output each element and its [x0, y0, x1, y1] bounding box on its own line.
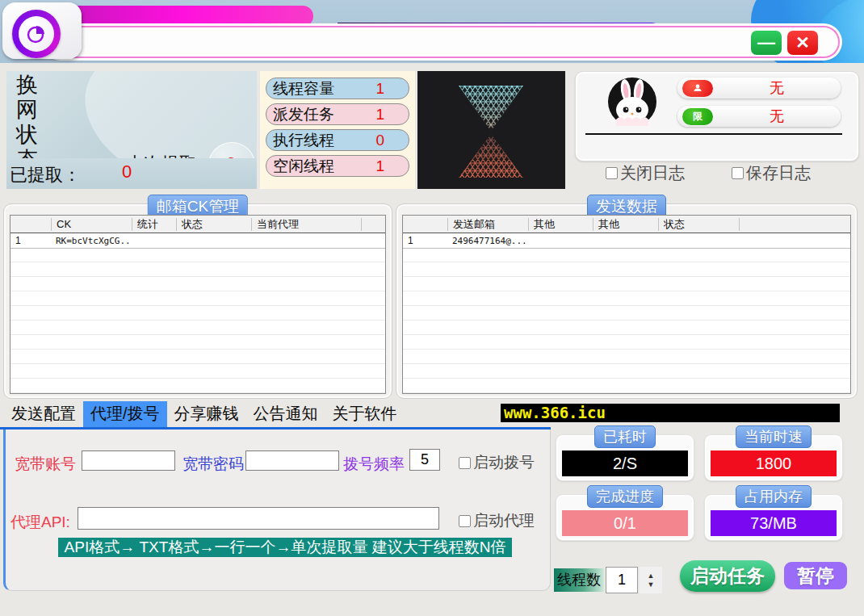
- current-speed-card: 当前时速 1800: [704, 434, 843, 481]
- website-banner: www.366.icu: [501, 404, 840, 422]
- checkbox-icon: [732, 167, 744, 179]
- limit-icon-text: 限: [693, 110, 703, 124]
- elapsed-time-label: 已耗时: [594, 425, 656, 448]
- tab-send-config[interactable]: 发送配置: [4, 401, 83, 427]
- row-email: 2496477164@...: [447, 236, 528, 246]
- close-icon: ✕: [795, 33, 810, 52]
- column-header-proxy[interactable]: 当前代理: [251, 218, 361, 231]
- account-status-value-2: 无: [713, 107, 841, 126]
- extracted-value: 0: [122, 161, 132, 182]
- column-header-filler: [739, 218, 850, 231]
- thread-capacity-value: 1: [375, 80, 384, 98]
- table-row[interactable]: 1 RK=bcVtcXgCG...: [10, 233, 385, 249]
- checkbox-icon: [459, 457, 471, 469]
- titlebar[interactable]: [44, 26, 840, 58]
- elapsed-time-card: 已耗时 2/S: [556, 434, 694, 481]
- stepper-down-icon[interactable]: ▼: [648, 581, 655, 589]
- ck-table-body[interactable]: 1 RK=bcVtcXgCG...: [10, 233, 385, 393]
- idle-threads-value: 1: [375, 157, 384, 175]
- checkbox-icon: [459, 515, 471, 527]
- tab-proxy-dial[interactable]: 代理/拨号: [83, 401, 167, 427]
- column-header-stat[interactable]: 统计: [132, 218, 176, 231]
- thread-count-stepper[interactable]: ▲ ▼: [640, 567, 662, 593]
- progress-value: 0/1: [562, 510, 688, 536]
- running-threads-pill: 执行线程 0: [266, 129, 409, 151]
- dial-frequency-input[interactable]: [409, 449, 440, 471]
- current-speed-value: 1800: [711, 450, 837, 476]
- divider: [585, 133, 842, 135]
- column-header[interactable]: [403, 218, 447, 231]
- column-header-filler: [361, 218, 385, 231]
- start-proxy-label: 启动代理: [473, 510, 535, 531]
- column-header-other1[interactable]: 其他: [528, 218, 593, 231]
- column-header-email[interactable]: 发送邮箱: [447, 218, 528, 231]
- ck-table-header: CK 统计 状态 当前代理: [10, 216, 385, 233]
- idle-threads-pill: 空闲线程 1: [266, 155, 409, 177]
- row-index: 1: [10, 235, 51, 246]
- row-index: 1: [403, 235, 447, 246]
- tab-about[interactable]: 关于软件: [325, 401, 405, 427]
- column-header[interactable]: [10, 218, 51, 231]
- running-threads-label: 执行线程: [273, 130, 334, 151]
- rabbit-avatar: [606, 76, 658, 128]
- dispatched-tasks-pill: 派发任务 1: [266, 103, 409, 125]
- progress-card: 完成进度 0/1: [556, 494, 694, 541]
- dial-frequency-label: 拨号频率: [343, 454, 405, 475]
- thread-count-input[interactable]: [606, 567, 638, 593]
- send-table[interactable]: 发送邮箱 其他 其他 状态 1 2496477164@...: [402, 215, 851, 394]
- table-row[interactable]: 1 2496477164@...: [403, 233, 850, 249]
- current-speed-label: 当前时速: [736, 425, 812, 448]
- memory-usage-label: 占用内存: [736, 485, 812, 508]
- column-header-state[interactable]: 状态: [658, 218, 739, 231]
- thread-capacity-pill: 线程容量 1: [266, 78, 409, 99]
- start-dial-checkbox[interactable]: 启动拨号: [459, 452, 535, 473]
- memory-usage-value: 73/MB: [711, 510, 837, 536]
- checkbox-icon: [606, 167, 618, 179]
- start-dial-label: 启动拨号: [473, 452, 535, 473]
- progress-label: 完成进度: [587, 485, 663, 508]
- column-header-ck[interactable]: CK: [51, 218, 132, 231]
- network-switch-panel: 换网状态 无 本次提取 0 剩余代理 0 已提取： 0: [6, 71, 257, 189]
- column-header-state[interactable]: 状态: [176, 218, 251, 231]
- thread-count-label: 线程数: [554, 568, 604, 592]
- account-status-value-1: 无: [713, 78, 841, 98]
- thread-status-panel: 线程容量 1 派发任务 1 执行线程 0 空闲线程 1: [260, 71, 415, 189]
- extracted-strip: 已提取： 0: [6, 158, 257, 189]
- proxy-dial-form: 宽带账号 宽带密码 拨号频率 启动拨号 代理API: 启动代理 API格式→ T…: [3, 430, 551, 591]
- minimize-icon: —: [757, 32, 775, 53]
- save-log-checkbox[interactable]: 保存日志: [732, 162, 811, 184]
- broadband-account-input[interactable]: [82, 450, 175, 471]
- close-button[interactable]: ✕: [787, 31, 818, 55]
- pause-button[interactable]: 暂停: [784, 562, 847, 589]
- tab-bar: 发送配置 代理/拨号 分享赚钱 公告通知 关于软件: [4, 404, 405, 427]
- proxy-api-label: 代理API:: [10, 512, 70, 533]
- tab-announcement[interactable]: 公告通知: [246, 401, 325, 427]
- close-log-checkbox[interactable]: 关闭日志: [606, 162, 685, 184]
- account-status-row-1: 无: [677, 78, 841, 98]
- row-ck: RK=bcVtcXgCG...: [51, 236, 132, 246]
- save-log-label: 保存日志: [746, 162, 811, 184]
- app-logo: [2, 2, 82, 59]
- hourglass-animation-panel: [417, 71, 565, 189]
- api-format-note: API格式→ TXT格式→一行一个→单次提取量 建议大于线程数N倍: [58, 538, 512, 557]
- tab-share-earn[interactable]: 分享赚钱: [167, 401, 246, 427]
- account-status-row-2: 限 无: [677, 106, 841, 127]
- proxy-api-input[interactable]: [78, 507, 439, 530]
- pie-chart-logo-icon: [12, 10, 61, 58]
- start-proxy-checkbox[interactable]: 启动代理: [459, 510, 535, 531]
- user-status-icon: [682, 80, 713, 97]
- minimize-button[interactable]: —: [751, 31, 782, 55]
- stepper-up-icon[interactable]: ▲: [648, 572, 655, 580]
- send-table-header: 发送邮箱 其他 其他 状态: [403, 216, 850, 233]
- broadband-password-input[interactable]: [245, 450, 339, 471]
- column-header-other2[interactable]: 其他: [593, 218, 658, 231]
- thread-capacity-label: 线程容量: [273, 78, 334, 99]
- start-task-button[interactable]: 启动任务: [680, 560, 775, 592]
- running-threads-value: 0: [375, 132, 384, 149]
- broadband-password-label: 宽带密码: [182, 454, 244, 475]
- ck-table[interactable]: CK 统计 状态 当前代理 1 RK=bcVtcXgCG...: [10, 215, 386, 394]
- send-table-body[interactable]: 1 2496477164@...: [403, 233, 850, 393]
- memory-usage-card: 占用内存 73/MB: [704, 494, 843, 541]
- elapsed-time-value: 2/S: [562, 450, 688, 476]
- limit-status-icon: 限: [682, 108, 713, 125]
